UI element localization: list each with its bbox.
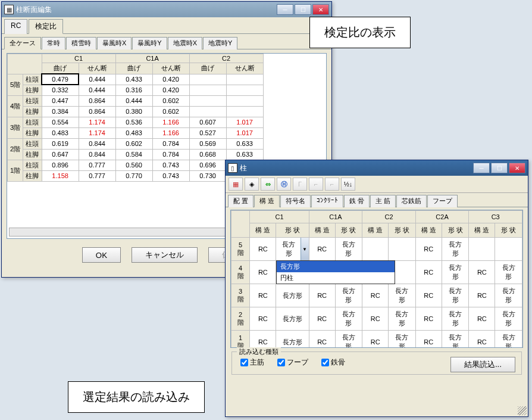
column-cell[interactable]: RC xyxy=(309,284,335,307)
maximize-button[interactable]: ☐ xyxy=(295,4,311,15)
ratio-cell[interactable]: 0.602 xyxy=(152,95,189,106)
ratio-cell[interactable]: 0.696 xyxy=(189,160,226,170)
subtab-1[interactable]: 常時 xyxy=(42,37,65,49)
column-cell[interactable]: RC xyxy=(415,261,442,284)
column-cell[interactable]: 長方形 xyxy=(276,331,309,349)
titlebar[interactable]: ▯ 柱 ─ ☐ ✕ xyxy=(226,160,528,176)
column-cell[interactable]: RC xyxy=(469,261,495,284)
checkbox-0[interactable]: 主筋 xyxy=(238,357,264,368)
ratio-cell[interactable]: 0.380 xyxy=(115,106,152,117)
tab-RC[interactable]: RC xyxy=(4,19,27,34)
ratio-cell[interactable]: 1.017 xyxy=(226,127,263,138)
tool-f2-icon[interactable]: ⌐ xyxy=(309,178,323,191)
ratio-cell[interactable]: 0.784 xyxy=(152,138,189,149)
ratio-cell[interactable]: 0.647 xyxy=(42,149,79,160)
ratio-cell[interactable]: 0.483 xyxy=(42,127,79,138)
ratio-cell[interactable]: 0.444 xyxy=(115,95,152,106)
ratio-cell[interactable]: 1.158 xyxy=(42,170,79,181)
tool-f1-icon[interactable]: Γ xyxy=(293,178,307,191)
ok-button[interactable]: OK xyxy=(82,247,121,263)
column-cell[interactable]: RC xyxy=(469,284,495,307)
column-cell[interactable]: 長方形 xyxy=(276,307,309,331)
ratio-cell[interactable]: 0.770 xyxy=(115,170,152,181)
close-button[interactable]: ✕ xyxy=(509,163,525,173)
tab2-1[interactable]: 構 造 xyxy=(254,195,280,207)
subtab-3[interactable]: 暴風時X xyxy=(97,37,132,49)
column-cell[interactable] xyxy=(495,238,522,261)
tab-検定比[interactable]: 検定比 xyxy=(29,19,63,34)
ratio-cell[interactable]: 0.743 xyxy=(152,170,189,181)
ratio-cell[interactable]: 0.527 xyxy=(189,127,226,138)
tab2-5[interactable]: 主 筋 xyxy=(370,195,396,207)
ratio-cell[interactable]: 0.619 xyxy=(42,138,79,149)
cancel-button[interactable]: キャンセル xyxy=(132,247,198,263)
tool-book-icon[interactable]: ◈ xyxy=(245,178,259,191)
ratio-cell[interactable]: 0.584 xyxy=(115,149,152,160)
ratio-cell[interactable]: 0.844 xyxy=(79,138,115,149)
ratio-cell[interactable]: 0.444 xyxy=(79,85,115,95)
column-cell[interactable]: 長方形 xyxy=(335,307,362,331)
ratio-cell[interactable]: 0.560 xyxy=(115,160,152,170)
column-cell[interactable]: RC xyxy=(309,238,335,261)
column-cell[interactable]: RC xyxy=(309,307,335,331)
ratio-cell[interactable]: 1.017 xyxy=(226,117,263,127)
tab2-4[interactable]: 鉄 骨 xyxy=(344,195,370,207)
column-cell[interactable]: RC xyxy=(415,331,442,349)
checkbox-2[interactable]: 鉄骨 xyxy=(319,357,345,368)
ratio-cell[interactable]: 0.607 xyxy=(189,117,226,127)
ratio-cell[interactable]: 0.316 xyxy=(115,85,152,95)
column-cell[interactable]: 長方形 xyxy=(442,261,469,284)
ratio-cell[interactable]: 0.743 xyxy=(152,160,189,170)
column-cell[interactable]: RC xyxy=(415,238,442,261)
tab2-7[interactable]: フープ xyxy=(427,195,458,207)
ratio-cell[interactable]: 0.633 xyxy=(226,138,263,149)
column-cell[interactable]: RC xyxy=(362,284,389,307)
subtab-5[interactable]: 地震時X xyxy=(168,37,202,49)
column-cell[interactable]: RC xyxy=(250,307,276,331)
ratio-cell[interactable] xyxy=(189,95,226,106)
subtab-4[interactable]: 暴風時Y xyxy=(132,37,167,49)
column-cell[interactable]: 長方形 xyxy=(389,331,416,349)
chevron-down-icon[interactable]: ▼ xyxy=(301,238,309,260)
minimize-button[interactable]: ─ xyxy=(473,163,490,173)
column-cell[interactable]: 長方形 xyxy=(276,284,309,307)
column-cell[interactable] xyxy=(362,238,389,261)
ratio-cell[interactable]: 0.896 xyxy=(42,160,79,170)
titlebar[interactable]: ▦ 柱断面編集 ─ ☐ ✕ xyxy=(2,2,331,17)
tab2-3[interactable]: ｺﾝｸﾘｰﾄ xyxy=(311,195,343,207)
ratio-cell[interactable]: 0.554 xyxy=(42,117,79,127)
ratio-cell[interactable]: 0.536 xyxy=(115,117,152,127)
ratio-cell[interactable]: 0.844 xyxy=(79,149,115,160)
ratio-cell[interactable]: 0.384 xyxy=(42,106,79,117)
column-cell[interactable]: 長方形 xyxy=(495,331,522,349)
column-cell[interactable]: 長方形 xyxy=(335,238,362,261)
subtab-6[interactable]: 地震時Y xyxy=(203,37,237,49)
column-cell[interactable]: 長方形 xyxy=(442,284,469,307)
ratio-cell[interactable]: 0.777 xyxy=(79,160,115,170)
ratio-cell[interactable]: 0.633 xyxy=(226,149,263,160)
ratio-cell[interactable]: 0.668 xyxy=(189,149,226,160)
close-button[interactable]: ✕ xyxy=(312,4,329,15)
column-cell[interactable]: RC xyxy=(362,307,389,331)
column-cell[interactable]: RC xyxy=(309,331,335,349)
column-cell[interactable]: 長方形 xyxy=(495,261,522,284)
ratio-cell[interactable]: 0.444 xyxy=(79,74,115,85)
ratio-cell[interactable]: 0.777 xyxy=(79,170,115,181)
column-cell[interactable]: 長方形 xyxy=(335,331,362,349)
column-cell[interactable]: 長方形 xyxy=(442,238,469,261)
ratio-cell[interactable]: 1.166 xyxy=(152,117,189,127)
column-cell[interactable]: 長方形 xyxy=(389,284,416,307)
column-cell[interactable]: 長方形 xyxy=(442,307,469,331)
ratio-cell[interactable]: 0.864 xyxy=(79,95,115,106)
ratio-cell[interactable]: 0.569 xyxy=(189,138,226,149)
tool-grid-icon[interactable]: ▦ xyxy=(229,178,243,191)
tab2-6[interactable]: 芯鉄筋 xyxy=(396,195,427,207)
column-cell[interactable]: 長方形 xyxy=(442,331,469,349)
ratio-cell[interactable] xyxy=(189,74,226,85)
minimize-button[interactable]: ─ xyxy=(277,4,293,15)
ratio-cell[interactable] xyxy=(226,74,263,85)
ratio-cell[interactable]: 1.174 xyxy=(79,117,115,127)
dropdown-item[interactable]: 円柱 xyxy=(277,272,395,284)
ratio-cell[interactable]: 0.479 xyxy=(42,74,79,85)
column-cell[interactable]: RC xyxy=(250,331,276,349)
